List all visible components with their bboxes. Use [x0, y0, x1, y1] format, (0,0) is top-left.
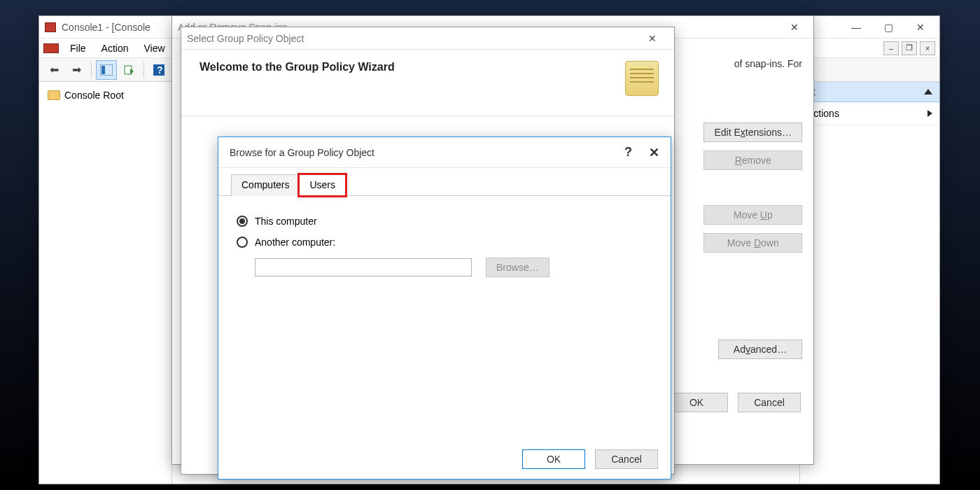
actions-pane: ot Actions	[799, 82, 939, 484]
ok-button[interactable]: OK	[522, 449, 585, 469]
radio-another-computer-row[interactable]: Another computer:	[237, 237, 652, 248]
help-text-right: of snap-ins. For	[734, 58, 802, 69]
help-button[interactable]: ?	[148, 60, 169, 80]
menu-view[interactable]: View	[136, 43, 172, 54]
radio-another-computer[interactable]	[237, 237, 248, 248]
maximize-button[interactable]: ▢	[872, 17, 904, 38]
back-button[interactable]: ⬅	[43, 60, 64, 80]
chevron-right-icon	[927, 110, 932, 117]
tab-computers[interactable]: Computers	[231, 174, 300, 196]
menu-file[interactable]: File	[63, 43, 93, 54]
computer-name-input[interactable]	[255, 258, 472, 276]
menu-action[interactable]: Action	[94, 43, 136, 54]
close-button[interactable]: ✕	[649, 145, 659, 160]
collapse-icon	[924, 89, 932, 94]
browse-titlebar: Browse for a Group Policy Object ? ✕	[218, 137, 671, 168]
wizard-heading: Welcome to the Group Policy Wizard	[200, 61, 395, 74]
show-hide-tree-button[interactable]	[96, 60, 117, 80]
scroll-icon	[625, 61, 659, 96]
radio-this-computer-label: This computer	[255, 216, 317, 227]
tab-row: Computers Users	[218, 168, 671, 196]
remove-button[interactable]: Remove	[704, 150, 802, 170]
tree-pane: Console Root	[39, 82, 172, 484]
tab-body: This computer Another computer: Browse…	[218, 196, 671, 291]
radio-this-computer[interactable]	[237, 216, 248, 227]
export-list-button[interactable]	[118, 60, 139, 80]
forward-button[interactable]: ➡	[66, 60, 87, 80]
separator	[91, 62, 92, 78]
move-down-button[interactable]: Move Down	[704, 233, 802, 253]
wizard-titlebar: Select Group Policy Object ✕	[181, 27, 674, 50]
tab-users[interactable]: Users	[299, 174, 346, 196]
folder-icon	[48, 90, 60, 100]
move-up-button[interactable]: Move Up	[704, 205, 802, 225]
close-button[interactable]: ✕	[904, 17, 937, 38]
radio-this-computer-row[interactable]: This computer	[237, 216, 652, 227]
svg-rect-1	[102, 66, 105, 74]
radio-another-computer-label: Another computer:	[255, 237, 335, 248]
advanced-button[interactable]: Advanced…	[718, 340, 802, 359]
cancel-button[interactable]: Cancel	[738, 393, 801, 412]
wizard-title: Select Group Policy Object	[187, 33, 304, 44]
browse-title: Browse for a Group Policy Object	[230, 147, 374, 158]
minimize-button[interactable]: —	[840, 17, 872, 38]
browse-computer-button[interactable]: Browse…	[486, 258, 550, 277]
console-title: Console1 - [Console	[62, 22, 150, 33]
mdi-close[interactable]: ×	[920, 41, 935, 55]
browse-gpo-dialog: Browse for a Group Policy Object ? ✕ Com…	[218, 136, 671, 479]
tree-root-label: Console Root	[64, 90, 124, 101]
edit-extensions-button[interactable]: Edit Extensions…	[704, 122, 802, 142]
actions-pane-item[interactable]: Actions	[800, 102, 939, 125]
separator	[144, 62, 144, 78]
close-button[interactable]: ✕	[778, 17, 811, 38]
wizard-header: Welcome to the Group Policy Wizard	[181, 50, 674, 116]
mmc-icon	[43, 43, 59, 53]
tree-root-item[interactable]: Console Root	[45, 88, 166, 103]
mdi-restore[interactable]: ❐	[902, 41, 917, 55]
actions-pane-header[interactable]: ot	[800, 82, 939, 102]
help-button[interactable]: ?	[624, 145, 632, 160]
mmc-icon	[45, 22, 56, 32]
close-button[interactable]: ✕	[636, 28, 668, 49]
svg-text:?: ?	[157, 64, 163, 76]
mdi-minimize[interactable]: –	[883, 41, 899, 55]
cancel-button[interactable]: Cancel	[595, 449, 658, 469]
